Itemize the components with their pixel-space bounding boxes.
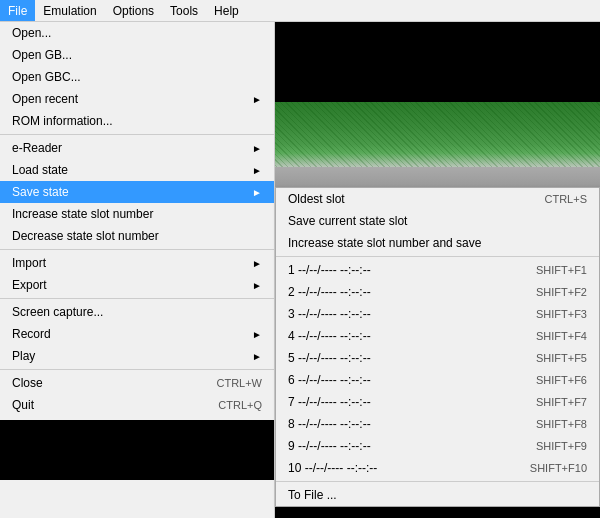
submenu-oldest-slot[interactable]: Oldest slot CTRL+S <box>276 188 599 210</box>
shortcut-label: CTRL+Q <box>218 399 262 411</box>
game-green-area <box>275 102 600 187</box>
separator <box>0 369 274 370</box>
arrow-icon: ► <box>252 258 262 269</box>
arrow-icon: ► <box>252 280 262 291</box>
shortcut-label: SHIFT+F4 <box>536 330 587 342</box>
main-area: Open... Open GB... Open GBC... Open rece… <box>0 22 600 518</box>
menu-item-increase-slot[interactable]: Increase state slot number <box>0 203 274 225</box>
separator <box>0 298 274 299</box>
menu-bar: File Emulation Options Tools Help <box>0 0 600 22</box>
submenu-slot-10[interactable]: 10 --/--/---- --:--:-- SHIFT+F10 <box>276 457 599 479</box>
file-menu-dropdown: Open... Open GB... Open GBC... Open rece… <box>0 22 275 518</box>
menu-item-import[interactable]: Import ► <box>0 252 274 274</box>
menu-item-open[interactable]: Open... <box>0 22 274 44</box>
shortcut-label: CTRL+W <box>216 377 262 389</box>
menu-item-quit[interactable]: Quit CTRL+Q <box>0 394 274 416</box>
separator <box>276 481 599 482</box>
arrow-icon: ► <box>252 165 262 176</box>
game-black-area <box>275 22 600 102</box>
menu-item-save-state[interactable]: Save state ► <box>0 181 274 203</box>
submenu-slot-6[interactable]: 6 --/--/---- --:--:-- SHIFT+F6 <box>276 369 599 391</box>
submenu-slot-9[interactable]: 9 --/--/---- --:--:-- SHIFT+F9 <box>276 435 599 457</box>
menu-help[interactable]: Help <box>206 0 247 21</box>
arrow-icon: ► <box>252 143 262 154</box>
shortcut-label: SHIFT+F8 <box>536 418 587 430</box>
shortcut-label: SHIFT+F2 <box>536 286 587 298</box>
submenu-slot-1[interactable]: 1 --/--/---- --:--:-- SHIFT+F1 <box>276 259 599 281</box>
shortcut-label: SHIFT+F6 <box>536 374 587 386</box>
menu-item-export[interactable]: Export ► <box>0 274 274 296</box>
shortcut-label: SHIFT+F10 <box>530 462 587 474</box>
shortcut-label: SHIFT+F1 <box>536 264 587 276</box>
menu-item-load-state[interactable]: Load state ► <box>0 159 274 181</box>
submenu-slot-2[interactable]: 2 --/--/---- --:--:-- SHIFT+F2 <box>276 281 599 303</box>
shortcut-label: SHIFT+F3 <box>536 308 587 320</box>
menu-item-close[interactable]: Close CTRL+W <box>0 372 274 394</box>
menu-item-decrease-slot[interactable]: Decrease state slot number <box>0 225 274 247</box>
submenu-save-current[interactable]: Save current state slot <box>276 210 599 232</box>
arrow-icon: ► <box>252 187 262 198</box>
arrow-icon: ► <box>252 329 262 340</box>
submenu-slot-3[interactable]: 3 --/--/---- --:--:-- SHIFT+F3 <box>276 303 599 325</box>
submenu-slot-7[interactable]: 7 --/--/---- --:--:-- SHIFT+F7 <box>276 391 599 413</box>
submenu-slot-5[interactable]: 5 --/--/---- --:--:-- SHIFT+F5 <box>276 347 599 369</box>
game-preview <box>275 22 600 187</box>
menu-options[interactable]: Options <box>105 0 162 21</box>
submenu-to-file[interactable]: To File ... <box>276 484 599 506</box>
submenu-slot-8[interactable]: 8 --/--/---- --:--:-- SHIFT+F8 <box>276 413 599 435</box>
menu-item-open-gb[interactable]: Open GB... <box>0 44 274 66</box>
shortcut-label: CTRL+S <box>545 193 588 205</box>
submenu-increase-and-save[interactable]: Increase state slot number and save <box>276 232 599 254</box>
shortcut-label: SHIFT+F7 <box>536 396 587 408</box>
menu-emulation[interactable]: Emulation <box>35 0 104 21</box>
menu-item-screen-capture[interactable]: Screen capture... <box>0 301 274 323</box>
shortcut-label: SHIFT+F9 <box>536 440 587 452</box>
shortcut-label: SHIFT+F5 <box>536 352 587 364</box>
submenu-slot-4[interactable]: 4 --/--/---- --:--:-- SHIFT+F4 <box>276 325 599 347</box>
menu-item-rom-info[interactable]: ROM information... <box>0 110 274 132</box>
separator <box>276 256 599 257</box>
menu-file[interactable]: File <box>0 0 35 21</box>
menu-tools[interactable]: Tools <box>162 0 206 21</box>
arrow-icon: ► <box>252 94 262 105</box>
menu-item-open-recent[interactable]: Open recent ► <box>0 88 274 110</box>
save-state-submenu: Oldest slot CTRL+S Save current state sl… <box>275 187 600 507</box>
menu-item-open-gbc[interactable]: Open GBC... <box>0 66 274 88</box>
menu-item-play[interactable]: Play ► <box>0 345 274 367</box>
menu-item-record[interactable]: Record ► <box>0 323 274 345</box>
menu-item-ereader[interactable]: e-Reader ► <box>0 137 274 159</box>
arrow-icon: ► <box>252 351 262 362</box>
separator <box>0 134 274 135</box>
separator <box>0 249 274 250</box>
